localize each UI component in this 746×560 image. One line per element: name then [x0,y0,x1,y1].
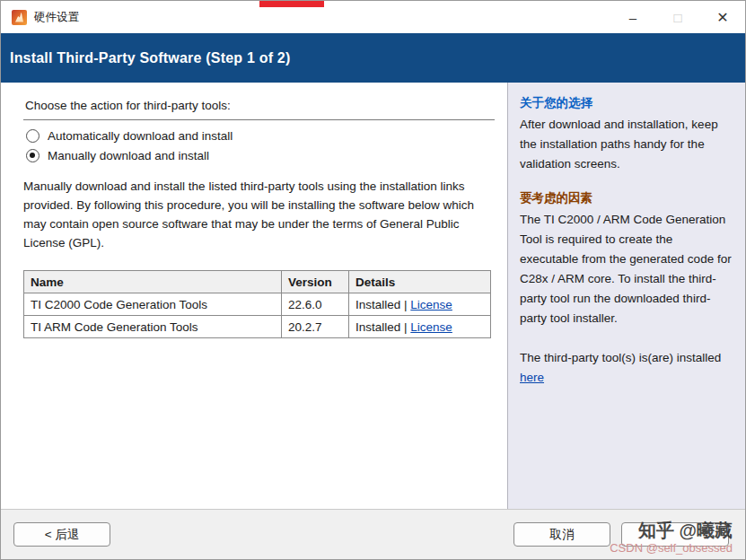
next-button[interactable] [621,522,729,547]
main-panel: Choose the action for third-party tools:… [1,83,508,509]
tool-version: 22.6.0 [282,293,349,316]
installed-here-link[interactable]: here [520,371,544,384]
radio-option-automatic[interactable]: Automatically download and install [26,129,494,143]
details-separator: | [400,298,410,311]
tool-name: TI ARM Code Generation Tools [24,316,282,338]
installed-note: The third-party tool(s) is(are) installe… [520,348,733,388]
action-prompt: Choose the action for third-party tools: [25,99,494,112]
column-header-name: Name [24,271,282,293]
page-title: Install Third-Party Software (Step 1 of … [10,50,290,66]
sidebar-section-about-body: After download and installation, keep th… [520,115,733,174]
title-bar: 硬件设置 – □ ✕ [1,1,745,33]
cancel-button[interactable]: 取消 [513,522,610,547]
column-header-version: Version [282,271,349,293]
hardware-setup-window: 硬件设置 – □ ✕ Install Third-Party Software … [0,0,746,560]
window-title: 硬件设置 [34,10,79,25]
content-area: Choose the action for third-party tools:… [1,83,745,509]
cropped-banner [259,1,324,7]
matlab-app-icon [12,10,27,25]
radio-label-automatic[interactable]: Automatically download and install [48,129,233,143]
sidebar-section-consider-body: The TI C2000 / ARM Code Generation Tool … [520,210,733,328]
sidebar-section-about-title: 关于您的选择 [520,93,733,113]
details-separator: | [400,320,410,334]
license-link[interactable]: License [410,320,452,334]
manual-install-description: Manually download and install the listed… [23,177,499,252]
step-header: Install Third-Party Software (Step 1 of … [1,33,745,83]
title-bar-left: 硬件设置 [1,10,79,25]
radio-label-manual[interactable]: Manually download and install [48,149,209,162]
help-sidebar: 关于您的选择 After download and installation, … [508,83,745,509]
window-controls: – □ ✕ [610,1,745,33]
radio-button-automatic[interactable] [26,129,39,143]
license-link[interactable]: License [410,298,452,311]
back-button[interactable]: < 后退 [13,522,110,547]
install-status: Installed [355,320,400,334]
footer-right-buttons: 取消 [513,522,729,547]
close-button[interactable]: ✕ [700,1,745,33]
third-party-tools-table: Name Version Details TI C2000 Code Gener… [23,270,491,338]
tool-details: Installed | License [349,293,491,316]
footer-bar: < 后退 取消 [1,509,745,559]
tool-name: TI C2000 Code Generation Tools [24,293,282,316]
divider-line [23,119,495,120]
table-row: TI C2000 Code Generation Tools 22.6.0 In… [24,293,491,316]
installed-note-text: The third-party tool(s) is(are) installe… [520,351,721,364]
minimize-button[interactable]: – [610,1,655,33]
column-header-details: Details [349,271,491,293]
radio-button-manual[interactable] [26,149,39,162]
table-header-row: Name Version Details [24,271,491,293]
table-row: TI ARM Code Generation Tools 20.2.7 Inst… [24,316,491,338]
tool-details: Installed | License [349,316,491,338]
sidebar-section-consider-title: 要考虑的因素 [520,188,733,208]
radio-option-manual[interactable]: Manually download and install [26,149,494,162]
tool-version: 20.2.7 [282,316,349,338]
maximize-button[interactable]: □ [655,1,700,33]
install-status: Installed [355,298,400,311]
